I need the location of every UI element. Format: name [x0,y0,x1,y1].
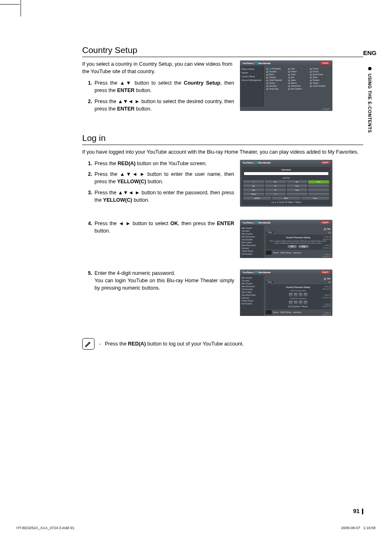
key-button[interactable] [308,189,329,192]
login-badge[interactable]: Log In [321,161,330,164]
sidebar-item[interactable]: Player Library [242,68,262,70]
key-button[interactable]: abc [265,180,286,184]
key-button[interactable]: def [287,180,308,184]
feed-sidebar-item[interactable]: Top rated [242,230,262,232]
feed-sidebar-item[interactable]: Most Discussed [242,236,262,238]
country-item[interactable]: Israel [288,74,308,76]
feed-sidebar-item[interactable]: Top Favorites [242,288,262,290]
key-button[interactable]: pqrs [243,189,264,192]
login-steps-a: 1.Press the RED(A) button on the YouTube… [88,160,234,204]
country-item[interactable]: Ireland [288,71,308,73]
sidebar-item[interactable]: Account Management [242,79,262,81]
key-button[interactable]: wxyz [287,189,308,192]
footer-hint: a Log In [240,107,332,111]
key-button[interactable]: ghi [243,184,264,188]
label-new-pw: Enter new password [268,290,328,292]
country-item[interactable]: New Zealand [288,88,308,90]
country-item[interactable]: India [288,68,308,70]
key-button[interactable] [308,184,329,188]
page-count: 1/5 [328,281,331,283]
country-item[interactable]: Germany [266,85,286,87]
feed-sidebar-item[interactable]: Most Popular [242,233,262,235]
skip-button[interactable]: Skip [298,245,309,248]
modal-title: Numeric Password Setting [268,236,328,239]
country-item[interactable]: Sweden [310,79,330,81]
feed-sidebar-item[interactable]: My Favorites [242,303,262,305]
feed-sidebar-item[interactable]: Top rated [242,280,262,282]
ok-button[interactable]: OK [288,245,297,248]
footer-date: 2009-08-07 [341,526,360,530]
key-button[interactable]: Done [308,180,329,184]
sidebar-item[interactable]: Search [242,71,262,74]
key-button[interactable]: a/A/1/★ [243,197,271,200]
feed-sidebar-item[interactable]: Most Popular [242,283,262,285]
country-item[interactable]: Brazil [266,74,286,76]
page-content: ENG USING THE E-CONTENTS Country Setup I… [0,0,392,539]
country-item[interactable]: Hong Kong [266,88,286,90]
kbd-mode: a/A/1/★ [243,177,329,179]
note-icon [82,338,95,350]
feed-sidebar-item[interactable]: Most viewed [242,277,262,279]
country-item[interactable]: Spain [310,76,330,78]
key-button[interactable]: tuv [265,189,286,192]
country-item[interactable]: United Kingdom [310,85,330,87]
step: 1.Press the RED(A) button on the YouTube… [88,160,234,167]
tab-today[interactable]: Today [266,281,273,283]
country-item[interactable]: France [266,82,286,84]
feed-sidebar-item[interactable]: Most Linked [242,242,262,244]
username-input[interactable] [244,172,328,175]
video-thumb[interactable] [266,310,272,314]
video-thumb[interactable] [266,251,272,255]
country-item[interactable]: Italy [288,76,308,78]
key-button[interactable]: 1 [243,180,264,184]
country-item[interactable]: South Korea [310,74,330,76]
key-button[interactable]: Blank [272,197,300,200]
intro-text: If you select a country in Country Setup… [82,60,234,75]
login-badge[interactable]: Log In [321,221,330,224]
feed-sidebar-item[interactable]: Featured [242,247,262,249]
country-item[interactable]: Russia [310,71,330,73]
login-badge[interactable]: Log In [321,271,330,274]
feed-sidebar-item[interactable]: Most Responded [242,294,262,296]
key-button[interactable] [287,193,308,196]
feed-sidebar-item[interactable]: Top Favorites [242,239,262,241]
key-button[interactable] [308,193,329,196]
feed-sidebar-item[interactable]: Most Linked [242,291,262,293]
login-badge[interactable]: Log In [321,62,330,64]
country-item[interactable]: Taiwan [310,82,330,84]
nav-hint: ◄►▲▼ Cursor OK Select ⏎ Return [243,201,329,203]
indd-filename: HT-BD3252A_XAA_0724-3.indd 91 [16,526,74,530]
key-button[interactable]: 0 [265,193,286,196]
country-item[interactable]: Canada [266,76,286,78]
step-1: 1.Press the ▲▼ button to select the Coun… [88,79,234,94]
country-item[interactable]: Australia [266,71,286,73]
country-item[interactable]: Japan [288,79,308,81]
chapter-label: USING THE E-CONTENTS [367,74,372,133]
country-item[interactable]: Mexico [288,82,308,84]
breadcrumb: YouTube | 🌐 Worldwide [242,221,271,224]
key-button[interactable]: Close [301,197,329,200]
country-item[interactable]: 🌐 Worldwide [266,68,286,70]
feed-sidebar-item[interactable]: Featured [242,297,262,299]
pw-input-row[interactable] [268,293,328,297]
tab-today[interactable]: Today [266,231,273,233]
sidebar-item[interactable]: Country Setup [242,75,262,78]
login-steps-b: 4.Press the ◄ ► button to select OK, the… [88,220,234,235]
feed-sidebar-item[interactable]: Most Discussed [242,286,262,288]
pw-confirm-row[interactable] [268,301,328,304]
feed-sidebar-item[interactable]: Most Responded [242,244,262,246]
feed-sidebar-item[interactable]: Most viewed [242,227,262,229]
user-icon [324,278,326,280]
modal-title: Numeric Password Setting [268,286,328,288]
step: 5.Enter the 4-digit numeric password.You… [88,270,234,292]
feed-sidebar-item[interactable]: My Favorites [242,253,262,255]
username: Mej [327,228,330,230]
key-button[interactable]: mno [287,184,308,188]
country-item[interactable]: Netherlands [288,85,308,87]
country-item[interactable]: Poland [310,68,330,70]
feed-sidebar-item[interactable]: Visited History [242,300,262,302]
key-button[interactable]: Delete [243,193,264,196]
country-item[interactable]: Czech Republic [266,79,286,81]
key-button[interactable]: jkl [265,184,286,188]
feed-sidebar-item[interactable]: Visited History [242,250,262,252]
